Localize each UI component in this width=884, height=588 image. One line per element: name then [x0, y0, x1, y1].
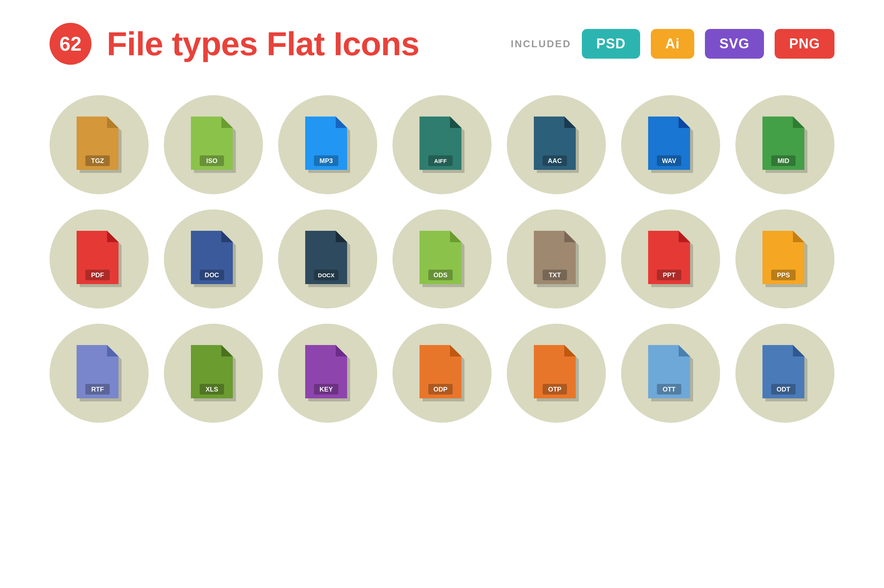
svg-marker-102	[793, 345, 804, 356]
file-icon-mp3: MP3	[278, 95, 377, 194]
svg-text:XLS: XLS	[205, 386, 218, 393]
svg-text:RTF: RTF	[91, 386, 104, 393]
file-icon-doc: DOC	[164, 209, 263, 308]
file-icon-pdf: PDF	[50, 209, 149, 308]
icon-row-0: TGZ ISO MP3 AIFF	[50, 95, 834, 194]
included-section: INCLUDED PSD Ai SVG PNG	[511, 29, 834, 59]
svg-marker-57	[564, 231, 576, 242]
svg-marker-82	[336, 345, 347, 356]
number-badge: 62	[50, 23, 91, 65]
svg-text:PPS: PPS	[777, 272, 790, 279]
svg-text:PPT: PPT	[663, 272, 676, 279]
svg-text:DOC: DOC	[205, 272, 219, 279]
format-ai-badge: Ai	[651, 29, 694, 59]
file-icon-ods: ODS	[392, 209, 492, 308]
format-svg-badge: SVG	[705, 29, 764, 59]
svg-marker-37	[107, 231, 119, 242]
svg-text:AAC: AAC	[548, 157, 562, 165]
file-icon-otp: OTP	[507, 324, 606, 423]
svg-marker-22	[564, 117, 576, 128]
file-icon-ppt: PPT	[621, 209, 720, 308]
svg-text:KEY: KEY	[320, 386, 333, 393]
svg-text:ODT: ODT	[777, 386, 791, 393]
file-icon-aac: AAC	[507, 95, 606, 194]
file-icon-docx: DOCX	[278, 209, 377, 308]
file-icon-xls: XLS	[164, 324, 263, 423]
format-psd-badge: PSD	[582, 29, 640, 59]
svg-marker-87	[450, 345, 461, 356]
svg-marker-27	[679, 117, 690, 128]
svg-marker-72	[107, 345, 119, 356]
file-icon-ott: OTT	[621, 324, 720, 423]
file-icon-wav: WAV	[621, 95, 720, 194]
file-icon-rtf: RTF	[50, 324, 149, 423]
svg-marker-17	[450, 117, 461, 128]
file-icon-odt: ODT	[735, 324, 834, 423]
file-icon-odp: ODP	[392, 324, 492, 423]
svg-text:ODS: ODS	[434, 272, 448, 279]
svg-marker-42	[221, 231, 233, 242]
file-icon-txt: TXT	[507, 209, 606, 308]
svg-marker-77	[221, 345, 233, 356]
svg-text:ISO: ISO	[206, 157, 217, 165]
file-icon-mid: MID	[735, 95, 834, 194]
svg-text:OTT: OTT	[663, 386, 676, 393]
svg-text:DOCX: DOCX	[318, 272, 334, 278]
svg-marker-52	[450, 231, 461, 242]
svg-text:OTP: OTP	[548, 386, 562, 393]
file-icon-pps: PPS	[735, 209, 834, 308]
svg-marker-92	[564, 345, 576, 356]
svg-marker-47	[336, 231, 347, 242]
svg-marker-67	[793, 231, 804, 242]
page-title: File types Flat Icons	[107, 24, 419, 63]
svg-text:TXT: TXT	[549, 272, 561, 279]
svg-text:AIFF: AIFF	[434, 158, 447, 164]
page-header: 62 File types Flat Icons INCLUDED PSD Ai…	[0, 0, 884, 80]
svg-text:MP3: MP3	[320, 157, 333, 165]
format-png-badge: PNG	[775, 29, 834, 59]
svg-text:WAV: WAV	[662, 157, 676, 165]
file-icon-aiff: AIFF	[392, 95, 492, 194]
file-icon-key: KEY	[278, 324, 377, 423]
icon-row-1: PDF DOC DOCX ODS	[50, 209, 834, 308]
svg-marker-62	[679, 231, 690, 242]
svg-marker-12	[336, 117, 347, 128]
icons-grid: TGZ ISO MP3 AIFF	[0, 80, 884, 453]
svg-marker-97	[679, 345, 690, 356]
svg-text:MID: MID	[777, 157, 789, 165]
included-label: INCLUDED	[511, 38, 571, 50]
file-icon-tgz: TGZ	[50, 95, 149, 194]
svg-text:TGZ: TGZ	[91, 157, 104, 165]
svg-marker-32	[793, 117, 804, 128]
svg-marker-2	[107, 117, 119, 128]
svg-text:ODP: ODP	[434, 386, 448, 393]
icon-row-2: RTF XLS KEY ODP	[50, 324, 834, 423]
svg-marker-7	[221, 117, 233, 128]
svg-text:PDF: PDF	[91, 272, 104, 279]
file-icon-iso: ISO	[164, 95, 263, 194]
